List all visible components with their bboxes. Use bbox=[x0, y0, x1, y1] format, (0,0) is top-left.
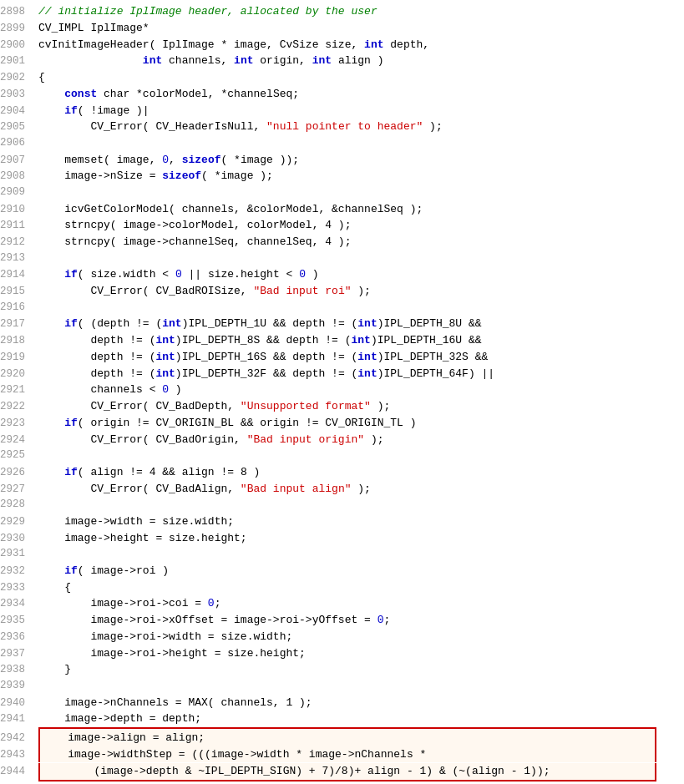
line-number: 2925 bbox=[0, 448, 38, 463]
code-line: 2934 image->roi->coi = 0; bbox=[0, 595, 684, 612]
line-number: 2940 bbox=[0, 695, 38, 711]
line-content: CV_Error( CV_BadAlign, "Bad input align"… bbox=[38, 481, 677, 498]
line-number: 2924 bbox=[0, 432, 38, 448]
code-line: 2905 CV_Error( CV_HeaderIsNull, "null po… bbox=[0, 119, 684, 135]
code-line: 2920 depth != (int)IPL_DEPTH_32F && dept… bbox=[0, 366, 684, 382]
line-number: 2931 bbox=[0, 546, 38, 562]
line-content: image->roi->xOffset = image->roi->yOffse… bbox=[38, 612, 677, 629]
line-content: image->roi->width = size.width; bbox=[38, 629, 677, 645]
line-number: 2939 bbox=[0, 678, 38, 694]
line-number: 2898 bbox=[0, 4, 38, 20]
line-number: 2904 bbox=[0, 104, 38, 119]
line-content: int channels, int origin, int align ) bbox=[38, 53, 677, 69]
code-line: 2908 image->nSize = sizeof( *image ); bbox=[0, 168, 684, 185]
line-content: icvGetColorModel( channels, &colorModel,… bbox=[38, 201, 677, 218]
line-number: 2936 bbox=[0, 630, 38, 645]
code-line: 2932 if( image->roi ) bbox=[0, 563, 684, 579]
line-number: 2937 bbox=[0, 646, 38, 662]
code-line: 2913 bbox=[0, 250, 684, 267]
code-line: 2902{ bbox=[0, 69, 684, 86]
line-number: 2915 bbox=[0, 284, 38, 300]
code-line: 2900cvInitImageHeader( IplImage * image,… bbox=[0, 37, 684, 53]
line-content: image->nSize = sizeof( *image ); bbox=[38, 168, 677, 185]
code-line: 2938 } bbox=[0, 661, 684, 678]
line-content: if( image->roi ) bbox=[38, 563, 677, 579]
line-number: 2900 bbox=[0, 38, 38, 53]
line-number: 2938 bbox=[0, 662, 38, 678]
code-line: 2927 CV_Error( CV_BadAlign, "Bad input a… bbox=[0, 481, 684, 498]
line-number: 2901 bbox=[0, 53, 38, 69]
line-number: 2920 bbox=[0, 367, 38, 382]
line-content: strncpy( image->channelSeq, channelSeq, … bbox=[38, 234, 677, 250]
code-line: 2915 CV_Error( CV_BadROISize, "Bad input… bbox=[0, 283, 684, 300]
line-content: image->align = align; bbox=[38, 727, 677, 746]
code-line: 2940 image->nChannels = MAX( channels, 1… bbox=[0, 695, 684, 711]
code-line: 2911 strncpy( image->colorModel, colorMo… bbox=[0, 217, 684, 234]
line-number: 2923 bbox=[0, 416, 38, 432]
line-content: image->height = size.height; bbox=[38, 530, 677, 547]
code-line: 2917 if( (depth != (int)IPL_DEPTH_1U && … bbox=[0, 316, 684, 332]
line-content: CV_Error( CV_BadOrigin, "Bad input origi… bbox=[38, 432, 677, 448]
line-number: 2932 bbox=[0, 564, 38, 579]
line-number: 2917 bbox=[0, 316, 38, 332]
line-number: 2899 bbox=[0, 21, 38, 37]
line-content: // initialize IplImage header, allocated… bbox=[38, 3, 677, 20]
code-line: 2925 bbox=[0, 448, 684, 464]
line-number: 2911 bbox=[0, 218, 38, 234]
line-content: CV_Error( CV_BadDepth, "Unsupported form… bbox=[38, 398, 677, 415]
line-content: image->width = size.width; bbox=[38, 513, 677, 530]
code-line: 2933 { bbox=[0, 579, 684, 596]
code-line: 2941 image->depth = depth; bbox=[0, 711, 684, 727]
code-line: 2937 image->roi->height = size.height; bbox=[0, 645, 684, 662]
line-content: CV_Error( CV_BadROISize, "Bad input roi"… bbox=[38, 283, 677, 300]
line-number: 2908 bbox=[0, 169, 38, 185]
line-content: depth != (int)IPL_DEPTH_16S && depth != … bbox=[38, 349, 677, 366]
line-number: 2941 bbox=[0, 711, 38, 727]
line-content: const char *colorModel, *channelSeq; bbox=[38, 86, 677, 103]
line-number: 2909 bbox=[0, 185, 38, 200]
line-number: 2928 bbox=[0, 497, 38, 513]
code-line: 2929 image->width = size.width; bbox=[0, 513, 684, 530]
code-line: 2916 bbox=[0, 300, 684, 316]
line-number: 2916 bbox=[0, 300, 38, 316]
code-line: 2922 CV_Error( CV_BadDepth, "Unsupported… bbox=[0, 398, 684, 415]
line-number: 2921 bbox=[0, 382, 38, 398]
code-line: 2914 if( size.width < 0 || size.height <… bbox=[0, 266, 684, 283]
code-line: 2906 bbox=[0, 135, 684, 152]
code-line: 2923 if( origin != CV_ORIGIN_BL && origi… bbox=[0, 415, 684, 432]
code-line: 2944 (image->depth & ~IPL_DEPTH_SIGN) + … bbox=[0, 763, 684, 782]
line-number: 2930 bbox=[0, 531, 38, 547]
code-line: 2936 image->roi->width = size.width; bbox=[0, 629, 684, 645]
line-number: 2935 bbox=[0, 613, 38, 629]
code-line: 2930 image->height = size.height; bbox=[0, 530, 684, 547]
line-content: image->widthStep = (((image->width * ima… bbox=[38, 746, 677, 763]
line-content: (image->depth & ~IPL_DEPTH_SIGN) + 7)/8)… bbox=[38, 763, 677, 782]
line-number: 2903 bbox=[0, 87, 38, 103]
line-number: 2926 bbox=[0, 465, 38, 481]
code-line: 2899CV_IMPL IplImage* bbox=[0, 20, 684, 37]
line-content: image->roi->height = size.height; bbox=[38, 645, 677, 662]
line-number: 2934 bbox=[0, 596, 38, 612]
line-number: 2918 bbox=[0, 333, 38, 349]
line-content: CV_Error( CV_HeaderIsNull, "null pointer… bbox=[38, 119, 677, 135]
line-content: strncpy( image->colorModel, colorModel, … bbox=[38, 217, 677, 234]
line-content: image->roi->coi = 0; bbox=[38, 595, 677, 612]
line-content: if( !image )| bbox=[38, 103, 677, 119]
line-content: if( origin != CV_ORIGIN_BL && origin != … bbox=[38, 415, 677, 432]
line-content: CV_IMPL IplImage* bbox=[38, 20, 677, 37]
code-line: 2919 depth != (int)IPL_DEPTH_16S && dept… bbox=[0, 349, 684, 366]
line-number: 2913 bbox=[0, 250, 38, 266]
line-number: 2919 bbox=[0, 350, 38, 366]
line-content: depth != (int)IPL_DEPTH_8S && depth != (… bbox=[38, 332, 677, 349]
line-content: image->depth = depth; bbox=[38, 711, 677, 727]
code-line: 2901 int channels, int origin, int align… bbox=[0, 53, 684, 69]
code-line: 2939 bbox=[0, 678, 684, 695]
line-content: { bbox=[38, 579, 677, 596]
line-number: 2906 bbox=[0, 135, 38, 151]
code-line: 2935 image->roi->xOffset = image->roi->y… bbox=[0, 612, 684, 629]
code-line: 2907 memset( image, 0, sizeof( *image ))… bbox=[0, 152, 684, 169]
line-content: { bbox=[38, 69, 677, 86]
line-content: depth != (int)IPL_DEPTH_32F && depth != … bbox=[38, 366, 677, 382]
code-line: 2928 bbox=[0, 497, 684, 513]
line-number: 2944 bbox=[0, 764, 38, 780]
